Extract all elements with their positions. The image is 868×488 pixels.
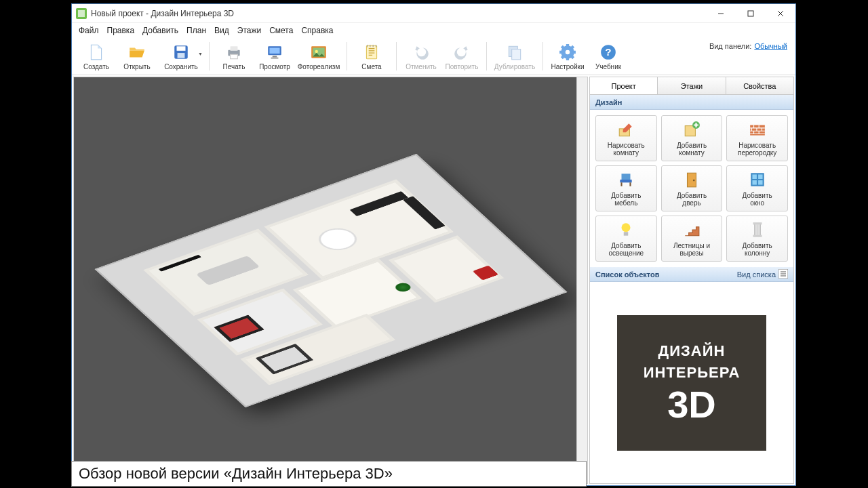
- settings-button[interactable]: Настройки: [547, 39, 588, 73]
- maximize-button[interactable]: [736, 4, 766, 23]
- toolbar: Создать Открыть Сохранить ▼ Печать Просм…: [72, 38, 795, 75]
- side-panel: Проект Этажи Свойства Дизайн Нарисовать …: [589, 77, 794, 484]
- menu-add[interactable]: Добавить: [142, 26, 178, 35]
- svg-rect-11: [273, 56, 277, 57]
- duplicate-button: Дублировать: [491, 39, 538, 73]
- svg-rect-34: [753, 235, 762, 237]
- titlebar: Новый проект - Дизайн Интерьера 3D: [72, 4, 795, 23]
- design-grid: Нарисовать комнату Добавить комнату Нари…: [590, 110, 793, 267]
- monitor-icon: [265, 43, 284, 62]
- menu-edit[interactable]: Правка: [107, 26, 135, 35]
- list-view-label: Вид списка: [737, 270, 776, 279]
- undo-icon: [412, 43, 431, 62]
- svg-rect-8: [231, 54, 238, 59]
- add-room-button[interactable]: Добавить комнату: [661, 115, 723, 161]
- photoreal-button[interactable]: Фотореализм: [295, 39, 342, 73]
- print-button[interactable]: Печать: [214, 39, 254, 73]
- menu-plan[interactable]: План: [186, 26, 206, 35]
- tab-floors[interactable]: Этажи: [658, 77, 726, 94]
- panel-mode-link[interactable]: Обычный: [754, 42, 787, 50]
- close-button[interactable]: [766, 4, 795, 23]
- help-button[interactable]: ? Учебник: [588, 39, 629, 73]
- duplicate-icon: [505, 43, 524, 62]
- minimize-button[interactable]: [706, 4, 736, 23]
- add-window-button[interactable]: Добавить окно: [726, 165, 788, 211]
- tab-project[interactable]: Проект: [590, 77, 658, 94]
- menubar: Файл Правка Добавить План Вид Этажи Смет…: [72, 23, 795, 38]
- chevron-down-icon: ▼: [198, 52, 203, 56]
- stairs-icon: [682, 220, 701, 239]
- svg-rect-1: [78, 10, 85, 17]
- notepad-icon: [362, 43, 381, 62]
- object-list: ДИЗАЙН ИНТЕРЬЕРА 3D: [590, 282, 793, 483]
- promo-banner: ДИЗАЙН ИНТЕРЬЕРА 3D: [617, 315, 766, 451]
- svg-rect-27: [687, 173, 696, 187]
- section-objects: Список объектов Вид списка: [590, 267, 793, 282]
- menu-file[interactable]: Файл: [79, 26, 99, 35]
- sidepanel-tabs: Проект Этажи Свойства: [589, 77, 794, 94]
- svg-rect-2: [748, 11, 753, 16]
- app-window: Новый проект - Дизайн Интерьера 3D Файл …: [71, 3, 796, 486]
- menu-estimate[interactable]: Смета: [269, 26, 293, 35]
- svg-rect-5: [178, 53, 185, 58]
- view-button[interactable]: Просмотр: [254, 39, 295, 73]
- add-column-button[interactable]: Добавить колонну: [726, 216, 788, 262]
- svg-rect-31: [624, 232, 629, 235]
- redo-button: Повторить: [441, 39, 482, 73]
- svg-text:?: ?: [605, 46, 611, 58]
- pencil-room-icon: [616, 120, 635, 139]
- chair-icon: [616, 170, 635, 189]
- svg-rect-33: [753, 222, 762, 224]
- viewport-scrollbar[interactable]: [576, 77, 587, 483]
- lightbulb-icon: [616, 220, 635, 239]
- window-icon: [748, 170, 767, 189]
- add-furniture-button[interactable]: Добавить мебель: [595, 165, 657, 211]
- redo-icon: [452, 43, 471, 62]
- estimate-button[interactable]: Смета: [351, 39, 392, 73]
- svg-point-20: [566, 49, 570, 54]
- panel-mode-label: Вид панели:: [709, 42, 751, 50]
- svg-rect-7: [231, 46, 238, 51]
- create-button[interactable]: Создать: [76, 39, 117, 73]
- workarea: Проект Этажи Свойства Дизайн Нарисовать …: [72, 75, 795, 485]
- printer-icon: [224, 43, 243, 62]
- draw-room-button[interactable]: Нарисовать комнату: [595, 115, 657, 161]
- help-icon: ?: [599, 43, 618, 62]
- menu-view[interactable]: Вид: [214, 26, 229, 35]
- menu-floors[interactable]: Этажи: [237, 26, 261, 35]
- save-icon: [172, 43, 191, 62]
- viewport-3d[interactable]: [73, 77, 588, 484]
- new-file-icon: [87, 43, 106, 62]
- door-icon: [682, 170, 701, 189]
- save-button[interactable]: Сохранить ▼: [157, 39, 205, 73]
- undo-button: Отменить: [401, 39, 441, 73]
- gear-icon: [558, 43, 577, 62]
- add-light-button[interactable]: Добавить освещение: [595, 216, 657, 262]
- folder-open-icon: [127, 43, 146, 62]
- add-door-button[interactable]: Добавить дверь: [661, 165, 723, 211]
- app-icon: [76, 8, 87, 19]
- column-icon: [748, 220, 767, 239]
- floorplan-model: [113, 164, 548, 396]
- stairs-button[interactable]: Лестницы и вырезы: [661, 216, 723, 262]
- svg-point-28: [693, 179, 695, 181]
- svg-point-15: [315, 49, 318, 52]
- svg-rect-4: [177, 46, 186, 51]
- svg-rect-16: [366, 45, 376, 59]
- list-view-toggle[interactable]: [778, 269, 788, 280]
- video-caption: Обзор новой версии «Дизайн Интерьера 3D»: [71, 461, 587, 487]
- draw-wall-button[interactable]: Нарисовать перегородку: [726, 115, 788, 161]
- svg-rect-12: [271, 57, 279, 58]
- svg-rect-18: [512, 49, 521, 59]
- svg-rect-10: [269, 47, 279, 54]
- menu-help[interactable]: Справка: [301, 26, 333, 35]
- add-room-icon: [682, 120, 701, 139]
- brick-wall-icon: [748, 120, 767, 139]
- section-design: Дизайн: [590, 95, 793, 110]
- photoreal-icon: [309, 43, 328, 62]
- svg-point-30: [622, 223, 631, 232]
- panel-mode-selector: Вид панели: Обычный: [709, 39, 791, 73]
- tab-properties[interactable]: Свойства: [726, 77, 793, 94]
- window-title: Новый проект - Дизайн Интерьера 3D: [91, 9, 706, 18]
- open-button[interactable]: Открыть: [117, 39, 157, 73]
